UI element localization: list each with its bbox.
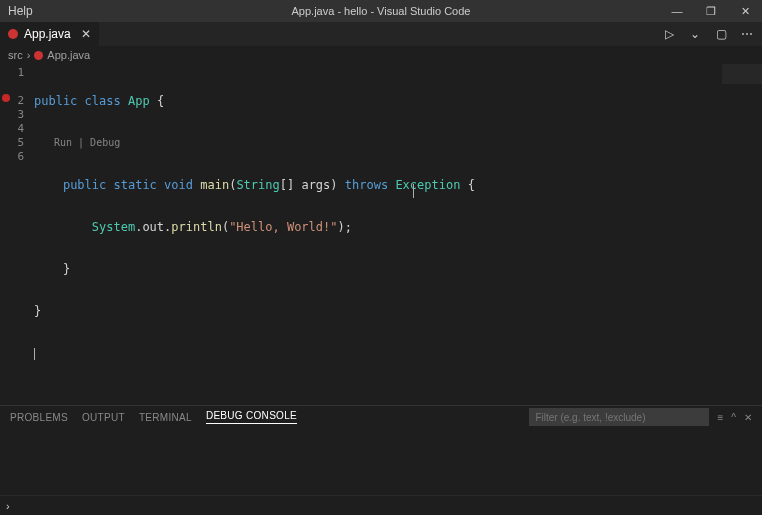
menu-help[interactable]: Help: [0, 4, 41, 18]
java-file-icon: [8, 29, 18, 39]
tab-label: App.java: [24, 27, 71, 41]
run-icon[interactable]: ▷: [660, 25, 678, 43]
tab-problems[interactable]: PROBLEMS: [10, 412, 68, 423]
line-number: 4: [0, 122, 34, 136]
tab-app-java[interactable]: App.java ✕: [0, 22, 100, 46]
window-controls: — ❐ ✕: [660, 0, 762, 22]
breadcrumb-seg-src[interactable]: src: [8, 49, 23, 61]
close-tab-icon[interactable]: ✕: [81, 27, 91, 41]
line-number: 5: [0, 136, 34, 150]
status-bar: ›: [0, 495, 762, 515]
editor-actions: ▷ ⌄ ▢ ⋯: [660, 22, 762, 46]
debug-console-body[interactable]: [0, 428, 762, 495]
line-number: 3: [0, 108, 34, 122]
minimap[interactable]: [722, 64, 762, 84]
title-bar: Help App.java - hello - Visual Studio Co…: [0, 0, 762, 22]
text-cursor: [34, 348, 35, 360]
maximize-button[interactable]: ❐: [694, 0, 728, 22]
filter-input[interactable]: [529, 408, 709, 426]
editor-tabs: App.java ✕ ▷ ⌄ ▢ ⋯: [0, 22, 762, 46]
breakpoint-icon[interactable]: [2, 94, 10, 102]
java-file-icon: [34, 51, 43, 60]
tab-terminal[interactable]: TERMINAL: [139, 412, 192, 423]
line-number: 1: [0, 66, 34, 80]
close-window-button[interactable]: ✕: [728, 0, 762, 22]
secondary-cursor: [413, 184, 414, 198]
breadcrumb[interactable]: src › App.java: [0, 46, 762, 64]
line-number: 6: [0, 150, 34, 164]
breadcrumb-seg-file[interactable]: App.java: [47, 49, 90, 61]
more-actions-icon[interactable]: ⋯: [738, 25, 756, 43]
panel-tabs: PROBLEMS OUTPUT TERMINAL DEBUG CONSOLE ≡…: [0, 406, 762, 428]
codelens-run-debug[interactable]: Run | Debug: [34, 136, 762, 150]
close-panel-icon[interactable]: ✕: [744, 412, 752, 423]
line-gutter: 1 2 3 4 5 6: [0, 64, 34, 405]
chevron-right-icon: ›: [27, 49, 31, 61]
minimize-button[interactable]: —: [660, 0, 694, 22]
code-area[interactable]: public class App { Run | Debug public st…: [34, 64, 762, 405]
split-editor-icon[interactable]: ▢: [712, 25, 730, 43]
code-editor[interactable]: 1 2 3 4 5 6 public class App { Run | Deb…: [0, 64, 762, 405]
bottom-panel: PROBLEMS OUTPUT TERMINAL DEBUG CONSOLE ≡…: [0, 405, 762, 495]
tab-output[interactable]: OUTPUT: [82, 412, 125, 423]
collapse-panel-icon[interactable]: ^: [731, 412, 736, 423]
window-title: App.java - hello - Visual Studio Code: [292, 5, 471, 17]
run-dropdown-icon[interactable]: ⌄: [686, 25, 704, 43]
tab-debug-console[interactable]: DEBUG CONSOLE: [206, 410, 297, 424]
debug-console-input-chevron-icon[interactable]: ›: [6, 500, 10, 512]
filter-settings-icon[interactable]: ≡: [717, 412, 723, 423]
